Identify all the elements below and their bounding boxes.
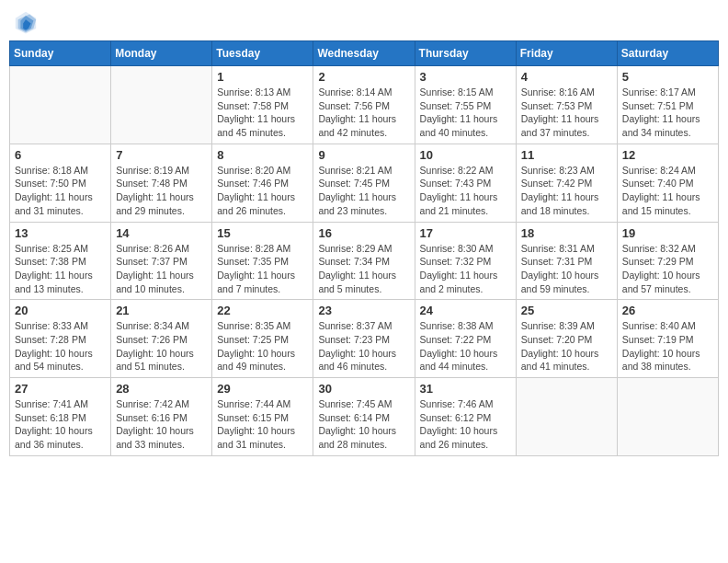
- calendar-week-row: 1Sunrise: 8:13 AM Sunset: 7:58 PM Daylig…: [10, 66, 719, 144]
- day-number: 12: [622, 148, 713, 162]
- day-number: 13: [15, 226, 106, 240]
- day-info: Sunrise: 8:25 AM Sunset: 7:38 PM Dayligh…: [15, 242, 106, 296]
- day-info: Sunrise: 8:31 AM Sunset: 7:31 PM Dayligh…: [521, 242, 612, 296]
- calendar-week-row: 27Sunrise: 7:41 AM Sunset: 6:18 PM Dayli…: [10, 378, 719, 456]
- day-number: 16: [318, 226, 409, 240]
- calendar-day-cell: 2Sunrise: 8:14 AM Sunset: 7:56 PM Daylig…: [313, 66, 415, 144]
- day-info: Sunrise: 8:32 AM Sunset: 7:29 PM Dayligh…: [622, 242, 713, 296]
- day-info: Sunrise: 8:39 AM Sunset: 7:20 PM Dayligh…: [521, 319, 612, 373]
- day-info: Sunrise: 8:22 AM Sunset: 7:43 PM Dayligh…: [420, 164, 511, 218]
- calendar-day-cell: 30Sunrise: 7:45 AM Sunset: 6:14 PM Dayli…: [313, 378, 415, 456]
- calendar-day-cell: 12Sunrise: 8:24 AM Sunset: 7:40 PM Dayli…: [617, 144, 718, 222]
- calendar-day-cell: 21Sunrise: 8:34 AM Sunset: 7:26 PM Dayli…: [111, 300, 212, 378]
- calendar-day-cell: 6Sunrise: 8:18 AM Sunset: 7:50 PM Daylig…: [10, 144, 111, 222]
- day-number: 18: [521, 226, 612, 240]
- calendar-header-row: SundayMondayTuesdayWednesdayThursdayFrid…: [10, 41, 719, 66]
- calendar-day-cell: 10Sunrise: 8:22 AM Sunset: 7:43 PM Dayli…: [415, 144, 516, 222]
- day-info: Sunrise: 8:19 AM Sunset: 7:48 PM Dayligh…: [116, 164, 207, 218]
- day-info: Sunrise: 8:38 AM Sunset: 7:22 PM Dayligh…: [420, 319, 511, 373]
- day-number: 26: [622, 304, 713, 317]
- day-number: 8: [217, 148, 308, 162]
- calendar-week-row: 13Sunrise: 8:25 AM Sunset: 7:38 PM Dayli…: [10, 222, 719, 300]
- day-number: 19: [622, 226, 713, 240]
- day-number: 20: [15, 304, 106, 317]
- day-number: 9: [318, 148, 409, 162]
- day-of-week-header: Tuesday: [212, 41, 313, 66]
- day-info: Sunrise: 8:24 AM Sunset: 7:40 PM Dayligh…: [622, 164, 713, 218]
- calendar-day-cell: 15Sunrise: 8:28 AM Sunset: 7:35 PM Dayli…: [212, 222, 313, 300]
- day-info: Sunrise: 8:20 AM Sunset: 7:46 PM Dayligh…: [217, 164, 308, 218]
- day-info: Sunrise: 8:33 AM Sunset: 7:28 PM Dayligh…: [15, 319, 106, 373]
- day-info: Sunrise: 8:40 AM Sunset: 7:19 PM Dayligh…: [622, 319, 713, 373]
- day-info: Sunrise: 7:46 AM Sunset: 6:12 PM Dayligh…: [420, 397, 511, 452]
- calendar-day-cell: 29Sunrise: 7:44 AM Sunset: 6:15 PM Dayli…: [212, 378, 313, 456]
- day-of-week-header: Friday: [516, 41, 617, 66]
- day-number: 2: [318, 70, 409, 84]
- calendar-day-cell: 31Sunrise: 7:46 AM Sunset: 6:12 PM Dayli…: [415, 378, 516, 456]
- page-header: [9, 9, 719, 35]
- day-number: 1: [217, 70, 308, 84]
- day-info: Sunrise: 8:29 AM Sunset: 7:34 PM Dayligh…: [318, 242, 409, 296]
- calendar-day-cell: 25Sunrise: 8:39 AM Sunset: 7:20 PM Dayli…: [516, 300, 617, 378]
- calendar-day-cell: 18Sunrise: 8:31 AM Sunset: 7:31 PM Dayli…: [516, 222, 617, 300]
- day-number: 31: [420, 382, 511, 396]
- calendar-day-cell: 5Sunrise: 8:17 AM Sunset: 7:51 PM Daylig…: [617, 66, 718, 144]
- calendar-day-cell: 14Sunrise: 8:26 AM Sunset: 7:37 PM Dayli…: [111, 222, 212, 300]
- day-info: Sunrise: 8:18 AM Sunset: 7:50 PM Dayligh…: [15, 164, 106, 218]
- calendar-day-cell: [617, 378, 718, 456]
- day-info: Sunrise: 7:45 AM Sunset: 6:14 PM Dayligh…: [318, 397, 409, 452]
- day-number: 28: [116, 382, 207, 396]
- day-info: Sunrise: 7:42 AM Sunset: 6:16 PM Dayligh…: [116, 397, 207, 452]
- day-info: Sunrise: 8:28 AM Sunset: 7:35 PM Dayligh…: [217, 242, 308, 296]
- calendar-week-row: 6Sunrise: 8:18 AM Sunset: 7:50 PM Daylig…: [10, 144, 719, 222]
- day-info: Sunrise: 8:34 AM Sunset: 7:26 PM Dayligh…: [116, 319, 207, 373]
- day-number: 25: [521, 304, 612, 317]
- day-number: 11: [521, 148, 612, 162]
- day-number: 22: [217, 304, 308, 317]
- logo-icon: [13, 9, 39, 35]
- day-number: 5: [622, 70, 713, 84]
- calendar-day-cell: 1Sunrise: 8:13 AM Sunset: 7:58 PM Daylig…: [212, 66, 313, 144]
- calendar-day-cell: 3Sunrise: 8:15 AM Sunset: 7:55 PM Daylig…: [415, 66, 516, 144]
- day-number: 15: [217, 226, 308, 240]
- day-number: 14: [116, 226, 207, 240]
- calendar-day-cell: 26Sunrise: 8:40 AM Sunset: 7:19 PM Dayli…: [617, 300, 718, 378]
- calendar-day-cell: 22Sunrise: 8:35 AM Sunset: 7:25 PM Dayli…: [212, 300, 313, 378]
- day-number: 17: [420, 226, 511, 240]
- calendar-day-cell: 28Sunrise: 7:42 AM Sunset: 6:16 PM Dayli…: [111, 378, 212, 456]
- logo: [13, 9, 42, 35]
- day-of-week-header: Sunday: [10, 41, 111, 66]
- day-number: 30: [318, 382, 409, 396]
- calendar-day-cell: 8Sunrise: 8:20 AM Sunset: 7:46 PM Daylig…: [212, 144, 313, 222]
- calendar-day-cell: 20Sunrise: 8:33 AM Sunset: 7:28 PM Dayli…: [10, 300, 111, 378]
- day-number: 23: [318, 304, 409, 317]
- day-number: 3: [420, 70, 511, 84]
- day-number: 10: [420, 148, 511, 162]
- day-number: 27: [15, 382, 106, 396]
- day-info: Sunrise: 8:13 AM Sunset: 7:58 PM Dayligh…: [217, 86, 308, 140]
- day-info: Sunrise: 8:15 AM Sunset: 7:55 PM Dayligh…: [420, 86, 511, 140]
- day-number: 29: [217, 382, 308, 396]
- calendar-day-cell: 13Sunrise: 8:25 AM Sunset: 7:38 PM Dayli…: [10, 222, 111, 300]
- calendar-day-cell: 11Sunrise: 8:23 AM Sunset: 7:42 PM Dayli…: [516, 144, 617, 222]
- day-of-week-header: Monday: [111, 41, 212, 66]
- day-info: Sunrise: 8:37 AM Sunset: 7:23 PM Dayligh…: [318, 319, 409, 373]
- calendar-day-cell: 17Sunrise: 8:30 AM Sunset: 7:32 PM Dayli…: [415, 222, 516, 300]
- day-info: Sunrise: 8:21 AM Sunset: 7:45 PM Dayligh…: [318, 164, 409, 218]
- calendar-day-cell: [516, 378, 617, 456]
- day-number: 7: [116, 148, 207, 162]
- calendar-day-cell: 7Sunrise: 8:19 AM Sunset: 7:48 PM Daylig…: [111, 144, 212, 222]
- day-info: Sunrise: 7:41 AM Sunset: 6:18 PM Dayligh…: [15, 397, 106, 452]
- calendar-day-cell: 16Sunrise: 8:29 AM Sunset: 7:34 PM Dayli…: [313, 222, 415, 300]
- calendar-week-row: 20Sunrise: 8:33 AM Sunset: 7:28 PM Dayli…: [10, 300, 719, 378]
- day-info: Sunrise: 8:17 AM Sunset: 7:51 PM Dayligh…: [622, 86, 713, 140]
- day-number: 24: [420, 304, 511, 317]
- day-of-week-header: Thursday: [415, 41, 516, 66]
- calendar-day-cell: 9Sunrise: 8:21 AM Sunset: 7:45 PM Daylig…: [313, 144, 415, 222]
- calendar-day-cell: [10, 66, 111, 144]
- day-of-week-header: Wednesday: [313, 41, 415, 66]
- day-of-week-header: Saturday: [617, 41, 718, 66]
- day-info: Sunrise: 8:35 AM Sunset: 7:25 PM Dayligh…: [217, 319, 308, 373]
- day-info: Sunrise: 8:26 AM Sunset: 7:37 PM Dayligh…: [116, 242, 207, 296]
- day-info: Sunrise: 8:23 AM Sunset: 7:42 PM Dayligh…: [521, 164, 612, 218]
